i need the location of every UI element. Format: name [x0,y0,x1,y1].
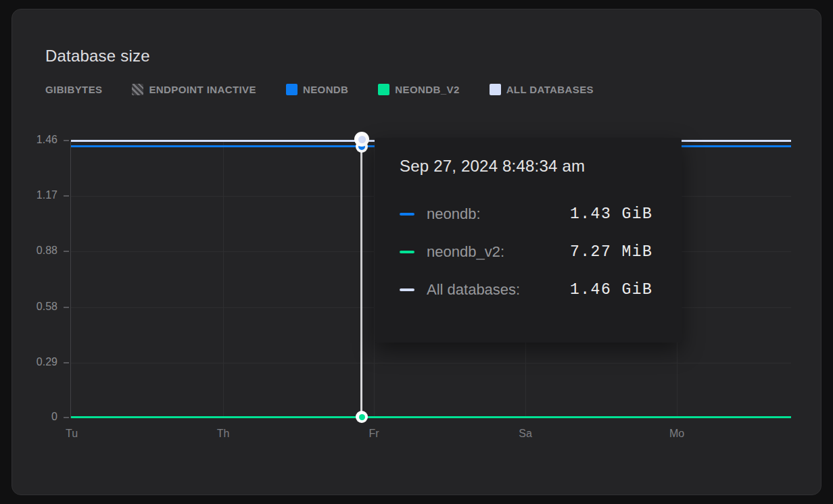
x-axis-label: Th [208,428,238,440]
tooltip-row-value: 1.43 GiB [570,205,661,223]
y-axis-label: 0.58 [22,301,57,313]
legend-item-label: ALL DATABASES [506,84,594,95]
y-tick [64,362,69,363]
tooltip-row-label: All databases: [427,281,570,299]
gridline-horizontal [71,363,791,363]
all-databases-swatch-icon [490,84,501,95]
tooltip-row-label: neondb: [427,205,570,223]
neondb-dash-icon [400,213,414,216]
tooltip-row-neondb: neondb: 1.43 GiB [400,195,661,233]
legend-item-neondb-v2[interactable]: NEONDB_V2 [378,84,459,95]
tooltip-row-value: 7.27 MiB [570,243,661,261]
chart-tooltip: Sep 27, 2024 8:48:34 am neondb: 1.43 GiB… [375,138,682,343]
y-tick [64,251,69,252]
tooltip-timestamp: Sep 27, 2024 8:48:34 am [400,157,661,176]
legend-item-all-databases[interactable]: ALL DATABASES [490,84,594,95]
y-axis-label: 0 [22,411,57,423]
y-tick [64,417,69,418]
neondb-v2-dash-icon [400,251,414,253]
page-title: Database size [45,47,150,66]
series-line-neondb-v2 [71,416,791,418]
point-marker-all-databases [354,132,369,147]
hover-crosshair [360,141,362,417]
striped-swatch-icon [132,84,143,95]
legend-item-endpoint-inactive[interactable]: ENDPOINT INACTIVE [132,84,256,95]
legend-item-label: ENDPOINT INACTIVE [149,84,256,95]
y-axis-label: 0.88 [22,245,57,257]
neondb-v2-swatch-icon [378,84,389,95]
chart-legend: GIBIBYTES ENDPOINT INACTIVE NEONDB NEOND… [45,81,594,97]
legend-unit-label: GIBIBYTES [45,84,102,95]
all-databases-dash-icon [400,288,414,291]
database-size-card: Database size GIBIBYTES ENDPOINT INACTIV… [11,9,822,495]
x-axis-label: Sa [510,428,540,440]
gridline-vertical [223,141,224,418]
legend-item-label: NEONDB_V2 [395,84,459,95]
tooltip-rows: neondb: 1.43 GiB neondb_v2: 7.27 MiB All… [400,195,661,309]
y-axis-label: 1.46 [22,134,57,146]
tooltip-row-all-databases: All databases: 1.46 GiB [400,271,661,309]
x-axis-label: Mo [662,428,692,440]
y-tick [64,195,69,197]
tooltip-row-value: 1.46 GiB [570,281,661,299]
x-axis-label: Fr [359,428,389,440]
y-tick [64,307,69,308]
point-marker-neondb-v2 [356,411,368,423]
y-axis-label: 1.17 [22,189,57,201]
legend-item-label: NEONDB [303,84,348,95]
tooltip-row-label: neondb_v2: [427,243,570,261]
legend-unit-gibibytes: GIBIBYTES [45,84,102,95]
legend-item-neondb[interactable]: NEONDB [286,84,348,95]
y-tick [64,140,69,141]
x-axis-label: Tu [57,428,87,440]
y-axis-label: 0.29 [22,356,57,368]
page: { "card": { "title": "Database size" }, … [0,0,833,504]
tooltip-row-neondb-v2: neondb_v2: 7.27 MiB [400,233,661,271]
neondb-swatch-icon [286,84,298,95]
